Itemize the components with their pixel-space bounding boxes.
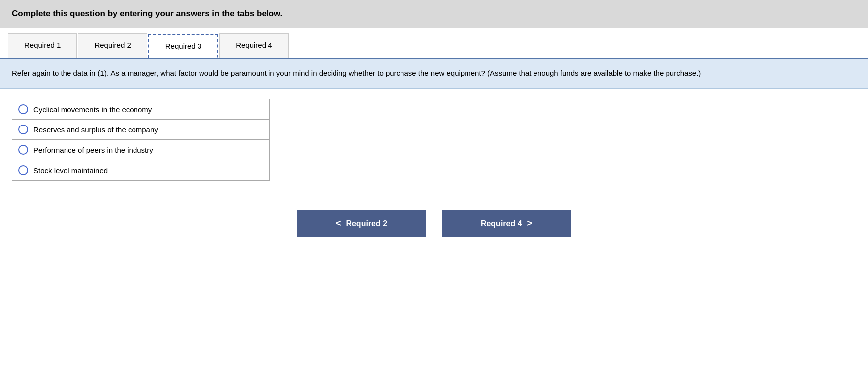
next-chevron: >	[527, 218, 533, 229]
header-banner: Complete this question by entering your …	[0, 0, 868, 28]
answer-section: Cyclical movements in the economy Reserv…	[0, 89, 868, 190]
tab-required1[interactable]: Required 1	[8, 33, 77, 58]
answer-label-stock: Stock level maintained	[33, 166, 108, 175]
answer-label-performance: Performance of peers in the industry	[33, 146, 153, 154]
list-item[interactable]: Performance of peers in the industry	[12, 140, 269, 160]
answer-label-reserves: Reserves and surplus of the company	[33, 126, 158, 134]
radio-reserves[interactable]	[18, 125, 28, 134]
question-text: Refer again to the data in (1). As a man…	[12, 69, 701, 77]
tab-required3[interactable]: Required 3	[148, 34, 218, 58]
prev-button[interactable]: < Required 2	[297, 210, 426, 237]
prev-button-label: Required 2	[346, 219, 387, 228]
page-container: Complete this question by entering your …	[0, 0, 868, 377]
answer-table: Cyclical movements in the economy Reserv…	[12, 99, 270, 181]
tab-required2[interactable]: Required 2	[78, 33, 147, 58]
question-area: Refer again to the data in (1). As a man…	[0, 59, 868, 89]
radio-stock[interactable]	[18, 165, 28, 175]
list-item[interactable]: Reserves and surplus of the company	[12, 120, 269, 140]
header-title: Complete this question by entering your …	[12, 9, 282, 18]
radio-cyclical[interactable]	[18, 104, 28, 114]
radio-performance[interactable]	[18, 145, 28, 155]
prev-chevron: <	[336, 218, 341, 229]
list-item[interactable]: Cyclical movements in the economy	[12, 99, 269, 120]
next-button-label: Required 4	[481, 219, 522, 228]
next-button[interactable]: Required 4 >	[442, 210, 571, 237]
list-item[interactable]: Stock level maintained	[12, 160, 269, 180]
tabs-container: Required 1 Required 2 Required 3 Require…	[0, 33, 868, 59]
nav-buttons: < Required 2 Required 4 >	[0, 210, 868, 256]
answer-label-cyclical: Cyclical movements in the economy	[33, 105, 152, 114]
tab-required4[interactable]: Required 4	[219, 33, 288, 58]
